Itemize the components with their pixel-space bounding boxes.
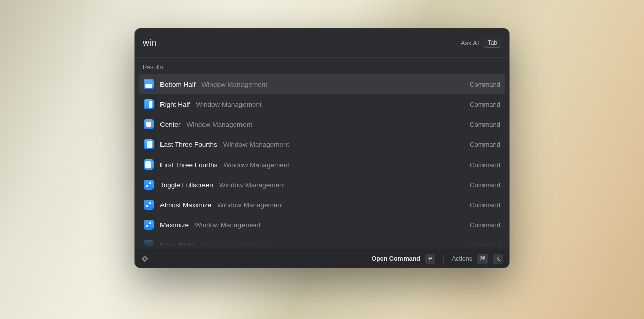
result-title: Last Three Fourths: [160, 141, 217, 148]
result-subtitle: Window Management: [196, 101, 262, 108]
bottom-half-icon: [144, 79, 154, 89]
result-badge: Command: [470, 101, 500, 108]
result-subtitle: Window Management: [219, 181, 285, 189]
left-3-4-icon: [144, 160, 154, 170]
result-badge: Command: [470, 201, 500, 209]
result-row[interactable]: Last Three FourthsWindow ManagementComma…: [139, 134, 505, 154]
result-subtitle: Window Management: [187, 121, 253, 128]
result-badge: Command: [470, 81, 500, 88]
result-row[interactable]: Move RightWindow ManagementCommand: [139, 235, 505, 249]
result-subtitle: Window Management: [195, 221, 261, 229]
result-row[interactable]: MaximizeWindow ManagementCommand: [139, 215, 505, 235]
result-title: Right Half: [160, 101, 190, 108]
fullscreen-icon: [144, 180, 154, 190]
open-command-label[interactable]: Open Command: [371, 255, 420, 262]
result-badge: Command: [470, 221, 500, 229]
result-title: Bottom Half: [160, 81, 196, 88]
result-badge: Command: [470, 181, 500, 189]
result-badge: Command: [470, 161, 500, 169]
command-palette: Ask AI Tab Results Bottom HalfWindow Man…: [135, 28, 509, 268]
raycast-icon: [141, 255, 149, 263]
result-row[interactable]: Bottom HalfWindow ManagementCommand: [139, 74, 505, 94]
k-key-icon: K: [493, 254, 503, 264]
result-row[interactable]: First Three FourthsWindow ManagementComm…: [139, 154, 505, 175]
result-title: Move Right: [160, 242, 194, 249]
result-row[interactable]: Right HalfWindow ManagementCommand: [139, 94, 505, 114]
result-badge: Command: [470, 242, 500, 249]
result-row[interactable]: CenterWindow ManagementCommand: [139, 114, 505, 134]
result-title: Almost Maximize: [160, 201, 211, 209]
results-label: Results: [135, 58, 509, 74]
result-title: First Three Fourths: [160, 161, 218, 169]
enter-key-icon: ↵: [425, 254, 435, 264]
result-subtitle: Window Management: [223, 141, 289, 148]
right-3-4-icon: [144, 139, 154, 149]
right-half-icon: [144, 99, 154, 109]
result-title: Toggle Fullscreen: [160, 181, 213, 189]
search-input[interactable]: [143, 38, 461, 48]
result-title: Maximize: [160, 221, 189, 229]
tab-key-badge: Tab: [484, 38, 501, 48]
footer-bar: Open Command ↵ Actions ⌘ K: [135, 249, 509, 268]
results-list: Bottom HalfWindow ManagementCommandRight…: [135, 74, 509, 249]
ask-ai-hint[interactable]: Ask AI: [461, 39, 479, 47]
cmd-key-icon: ⌘: [477, 254, 488, 264]
result-subtitle: Window Management: [217, 201, 283, 209]
result-title: Center: [160, 121, 181, 128]
result-badge: Command: [470, 141, 500, 148]
center-icon: [144, 119, 154, 129]
result-subtitle: Window Management: [224, 161, 290, 169]
result-badge: Command: [470, 121, 500, 128]
search-row: Ask AI Tab: [135, 28, 509, 58]
move-right-icon: [144, 240, 154, 249]
footer-divider: [443, 255, 444, 263]
expand-icon: [144, 220, 154, 230]
result-subtitle: Window Management: [200, 242, 266, 249]
result-row[interactable]: Toggle FullscreenWindow ManagementComman…: [139, 175, 505, 195]
expand-icon: [144, 200, 154, 210]
actions-label[interactable]: Actions: [452, 255, 472, 262]
result-row[interactable]: Almost MaximizeWindow ManagementCommand: [139, 195, 505, 215]
result-subtitle: Window Management: [202, 81, 268, 88]
